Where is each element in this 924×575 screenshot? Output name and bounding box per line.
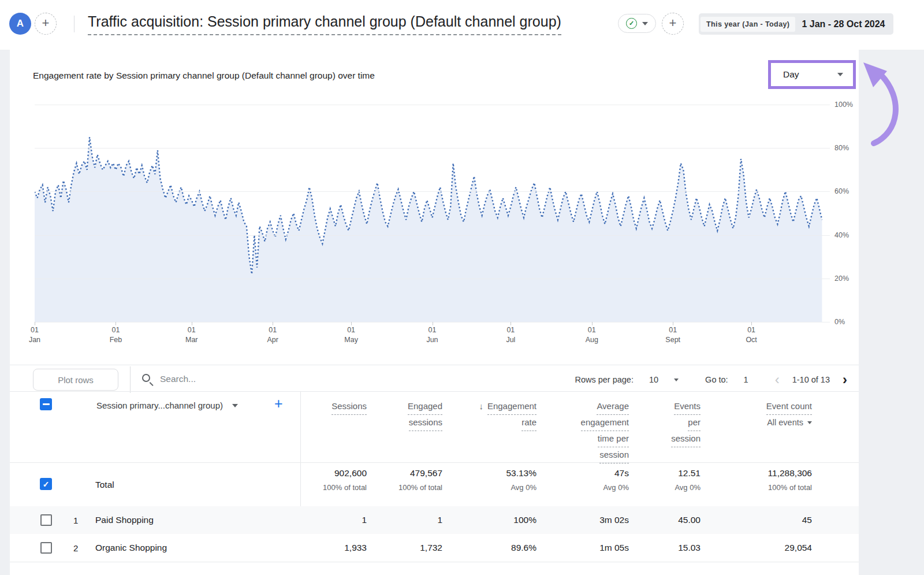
y-axis-label: 60% [834,187,863,195]
y-axis-label: 20% [834,274,863,283]
rows-per-page-label: Rows per page: [575,375,634,384]
add-report-icon[interactable] [35,13,57,35]
gridline [35,279,830,279]
controls-divider [130,366,131,393]
row-1-checkbox[interactable] [40,514,52,526]
avatar[interactable]: A [9,13,31,35]
gridline [35,148,830,149]
plot-rows-button[interactable]: Plot rows [33,369,118,391]
sort-descending-icon: ↓ [479,401,483,411]
date-range-picker[interactable]: This year (Jan - Today) 1 Jan - 28 Oct 2… [699,13,893,35]
event-type-selector[interactable]: All events [679,418,812,427]
next-page-icon[interactable]: › [843,373,847,387]
chevron-down-icon[interactable] [674,379,679,381]
table-cell: 29,054 [679,543,812,553]
dimension-header[interactable]: Session primary...channel group) [96,400,238,410]
column-header-event-count[interactable]: Event countAll events [679,399,812,427]
pagination-range: 1-10 of 13 [792,375,830,384]
chevron-down-icon [837,73,843,76]
granularity-value: Day [783,69,799,80]
date-range-value: 1 Jan - 28 Oct 2024 [797,19,893,29]
total-row-checkbox[interactable] [40,478,52,490]
x-axis-label: 01Sept [654,325,691,345]
previous-page-icon: ‹ [775,373,780,387]
total-cell: 11,288,306100% of total [679,468,812,492]
gridline [35,105,830,105]
row-dimension-value: Paid Shopping [95,515,154,525]
report-card: Engagement rate by Session primary chann… [10,50,859,575]
date-range-preset-label: This year (Jan - Today) [701,17,795,32]
top-bar: A Traffic acquisition: Session primary c… [0,0,924,50]
x-axis-label: 01Aug [573,325,610,345]
pagination-controls: Rows per page: 10 Go to: 1 ‹ 1-10 of 13 … [575,369,847,391]
chevron-down-icon[interactable] [642,22,648,25]
annotation-arrow [856,57,922,149]
saved-state-control[interactable] [618,14,656,33]
table-top-border [10,391,859,392]
table-cell: 45 [679,515,812,525]
x-axis-label: 01Jan [16,325,53,345]
add-comparison-icon[interactable] [662,13,684,35]
topbar-divider [74,16,74,32]
engagement-rate-chart[interactable] [35,105,830,322]
row-dimension-value: Organic Shopping [95,543,167,553]
section-divider [10,365,859,365]
x-axis-label: 01Mar [173,325,210,345]
granularity-dropdown[interactable]: Day [768,60,856,89]
gridline [35,191,830,192]
x-axis-label: 01May [333,325,370,345]
chart-title: Engagement rate by Session primary chann… [33,71,375,81]
x-axis-label: 01Oct [733,325,770,345]
dimension-header-label: Session primary...channel group) [96,400,223,410]
chevron-down-icon [807,421,812,424]
row-2-checkbox[interactable] [40,542,52,554]
total-row-label: Total [95,480,114,490]
x-axis-label: 01Jul [492,325,529,345]
row-divider [10,562,859,562]
x-axis-label: 01Feb [97,325,134,345]
row-index: 1 [73,515,78,525]
search-input[interactable] [160,372,345,386]
select-all-checkbox[interactable] [40,398,52,410]
y-axis-label: 0% [834,318,863,326]
y-axis-label: 40% [834,231,863,239]
row-index: 2 [73,543,78,553]
ga4-traffic-acquisition-report: { "topbar": { "avatar_letter": "A", "tit… [0,0,924,575]
rows-per-page-value[interactable]: 10 [649,375,658,384]
check-circle-icon [626,18,637,29]
x-axis-label: 01Apr [254,325,291,345]
header-bottom-border [10,462,859,463]
go-to-label: Go to: [705,375,728,384]
go-to-value[interactable]: 1 [744,375,748,384]
gridline [35,235,830,236]
search-icon [142,374,150,382]
report-title[interactable]: Traffic acquisition: Session primary cha… [88,13,561,35]
x-axis-label: 01Jun [414,325,451,345]
